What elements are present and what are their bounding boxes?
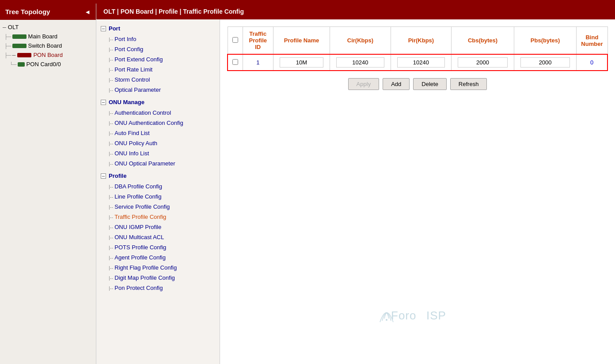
menu-item-digit-map-profile[interactable]: Digit Map Profile Config [96,273,220,283]
row-bind-num-cell: 0 [577,54,607,71]
apply-button[interactable]: Apply [348,78,380,90]
board-icon-main [12,34,27,39]
menu-item-pots-profile[interactable]: POTS Profile Config [96,242,220,252]
port-label: Port [109,25,120,32]
sidebar-header: Tree Topology ◄ [0,4,96,20]
profile-section-header[interactable]: ─ Profile [96,170,220,181]
menu-item-port-info[interactable]: Port Info [96,34,220,44]
menu-item-traffic-profile[interactable]: Traffic Profile Config [96,212,220,222]
board-icon-pon-card [18,62,25,67]
tree-expand-pon[interactable]: ─ [12,53,16,58]
menu-item-line-profile[interactable]: Line Profile Config [96,191,220,202]
traffic-profile-table: TrafficProfile ID Profile Name Cir(Kbps)… [227,26,608,71]
tree-item-pon-card[interactable]: └─ PON Card0/0 [0,60,96,69]
port-section-header[interactable]: ─ Port [96,23,220,34]
col-bind-number: BindNumber [577,27,607,55]
menu-panel: ─ Port Port Info Port Config Port Extend… [96,19,220,364]
onu-manage-checkbox[interactable]: ─ [101,100,106,105]
menu-item-onu-policy-auth[interactable]: ONU Policy Auth [96,138,220,148]
tree-label-main-board: Main Board [28,33,57,40]
tree-label-pon-board: PON Board [33,52,62,58]
menu-item-port-rate-limit[interactable]: Port Rate Limit [96,64,220,75]
svg-text:ISP: ISP [426,309,446,322]
connector-pon: ├─ [4,53,11,58]
menu-item-onu-auth-config[interactable]: ONU Authentication Config [96,118,220,128]
menu-item-port-extend-config[interactable]: Port Extend Config [96,54,220,64]
row-select-cell[interactable] [228,54,243,71]
col-traffic-profile-id: TrafficProfile ID [243,27,273,55]
menu-item-auto-find-list[interactable]: Auto Find List [96,128,220,138]
tree-expand-olt[interactable]: ─ [3,25,6,30]
board-icon-switch [12,44,27,48]
data-panel: TrafficProfile ID Profile Name Cir(Kbps)… [220,19,615,364]
connector-main: ├─ [4,34,11,39]
content-header: OLT | PON Board | Profile | Traffic Prof… [96,4,615,19]
tree-item-pon-board[interactable]: ├─ ─ PON Board [0,50,96,60]
row-profile-name-cell[interactable] [273,54,330,71]
port-checkbox[interactable]: ─ [101,26,106,31]
watermark-svg: Foro ISP [373,301,462,327]
menu-item-auth-control[interactable]: Authentication Control [96,108,220,118]
content-area: OLT | PON Board | Profile | Traffic Prof… [96,4,615,364]
col-pir-kbps: Pir(Kbps) [391,27,451,55]
onu-manage-label: ONU Manage [109,99,144,105]
pbs-input[interactable] [520,57,570,68]
refresh-button[interactable]: Refresh [450,78,487,90]
onu-manage-section-header[interactable]: ─ ONU Manage [96,97,220,108]
collapse-icon[interactable]: ◄ [84,8,91,15]
sidebar-title: Tree Topology [5,8,50,15]
col-profile-name: Profile Name [273,27,330,55]
menu-item-dba-profile[interactable]: DBA Profile Config [96,181,220,191]
select-all-checkbox[interactable] [232,37,238,43]
cbs-input[interactable] [458,57,507,68]
menu-item-pon-protect[interactable]: Pon Protect Config [96,283,220,293]
row-pir-cell[interactable] [391,54,451,71]
connector-switch: ├─ [4,43,11,49]
top-bar [0,0,615,4]
menu-item-onu-optical-param[interactable]: ONU Optical Parameter [96,158,220,169]
watermark: Foro ISP [373,301,462,329]
delete-button[interactable]: Delete [413,78,447,90]
menu-item-storm-control[interactable]: Storm Control [96,75,220,85]
tree-item-switch-board[interactable]: ├─ Switch Board [0,41,96,50]
col-cir-kbps: Cir(Kbps) [330,27,391,55]
tree-label-switch-board: Switch Board [28,42,62,49]
add-button[interactable]: Add [383,78,410,90]
tree-item-olt[interactable]: ─ OLT [0,23,96,32]
svg-text:Foro: Foro [391,309,416,322]
menu-item-port-config[interactable]: Port Config [96,44,220,54]
row-id-cell: 1 [243,54,273,71]
row-checkbox[interactable] [232,59,238,65]
col-cbs-bytes: Cbs(bytes) [452,27,514,55]
board-icon-pon [17,53,31,57]
profile-name-input[interactable] [280,57,324,68]
tree-label-olt: OLT [8,24,19,30]
menu-section-profile: ─ Profile DBA Profile Config Line Profil… [96,170,220,293]
row-cbs-cell[interactable] [452,54,514,71]
svg-point-0 [386,319,387,321]
cir-input[interactable] [336,57,384,68]
profile-checkbox[interactable]: ─ [101,173,106,179]
profile-label: Profile [109,173,126,179]
sidebar-tree: ─ OLT ├─ Main Board ├─ Switch Board ├─ ─… [0,20,96,364]
col-pbs-bytes: Pbs(bytes) [514,27,576,55]
menu-item-onu-igmp[interactable]: ONU IGMP Profile [96,222,220,232]
sidebar: Tree Topology ◄ ─ OLT ├─ Main Board ├─ S… [0,4,96,364]
menu-item-service-profile[interactable]: Service Profile Config [96,202,220,212]
button-row: Apply Add Delete Refresh [227,78,608,90]
menu-item-right-flag-profile[interactable]: Right Flag Profile Config [96,263,220,273]
menu-item-onu-info-list[interactable]: ONU Info List [96,148,220,158]
tree-label-pon-card: PON Card0/0 [27,61,61,68]
row-pbs-cell[interactable] [514,54,576,71]
pir-input[interactable] [397,57,445,68]
col-select [228,27,243,55]
menu-section-onu-manage: ─ ONU Manage Authentication Control ONU … [96,97,220,169]
menu-section-port: ─ Port Port Info Port Config Port Extend… [96,23,220,95]
menu-item-optical-parameter[interactable]: Optical Parameter [96,85,220,95]
row-cir-cell[interactable] [330,54,391,71]
menu-item-agent-profile[interactable]: Agent Profile Config [96,252,220,263]
tree-item-main-board[interactable]: ├─ Main Board [0,32,96,41]
table-row[interactable]: 1 [228,54,607,71]
menu-item-onu-multicast[interactable]: ONU Multicast ACL [96,232,220,242]
connector-pon-card: └─ [10,62,17,67]
